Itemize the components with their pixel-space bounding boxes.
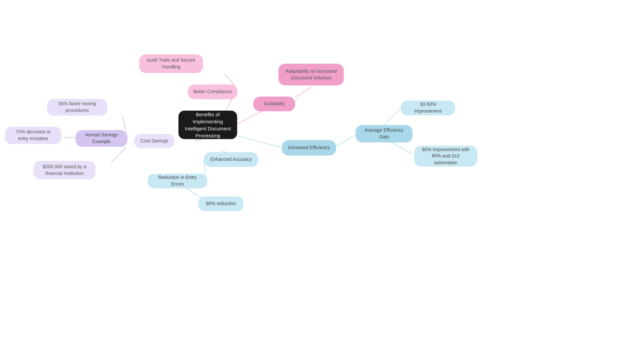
avg-efficiency-gain-node: Average Efficiency Gain (356, 125, 413, 142)
svg-line-2 (122, 116, 126, 131)
center-node: Benefits of Implementing Intelligent Doc… (178, 111, 237, 139)
adaptability-node: Adaptability to Increased Document Volum… (278, 64, 344, 85)
reduction-errors-node: Reduction in Entry Errors (148, 174, 207, 188)
svg-line-11 (382, 109, 401, 127)
svg-line-4 (111, 147, 126, 164)
audit-trails-node: Audit Trails and Secure Handling (139, 54, 203, 73)
svg-line-6 (225, 74, 235, 85)
financial-savings-node: $200,000 saved by a financial institutio… (34, 161, 96, 179)
improvement-3050-node: 30-50% improvement (401, 101, 455, 115)
svg-line-8 (295, 87, 311, 97)
decrease-entry-node: 70% decrease in entry mistakes (5, 127, 61, 144)
better-compliance-node: Better Compliance (188, 84, 237, 99)
reduction-90-node: 90% reduction (198, 196, 244, 211)
increased-efficiency-node: Increased Efficiency (282, 140, 336, 156)
scalability-node: Scalability (253, 97, 295, 111)
svg-line-9 (237, 136, 282, 147)
annual-savings-node: Annual Savings Example (75, 130, 127, 147)
svg-line-10 (334, 135, 356, 147)
faster-testing-node: 50% faster testing procedures (47, 99, 107, 116)
cost-savings-node: Cost Savings (134, 134, 174, 148)
enhanced-accuracy-node: Enhanced Accuracy (204, 152, 258, 167)
improvement-80-node: 80% improvement with RPA and GUI automat… (414, 146, 477, 167)
